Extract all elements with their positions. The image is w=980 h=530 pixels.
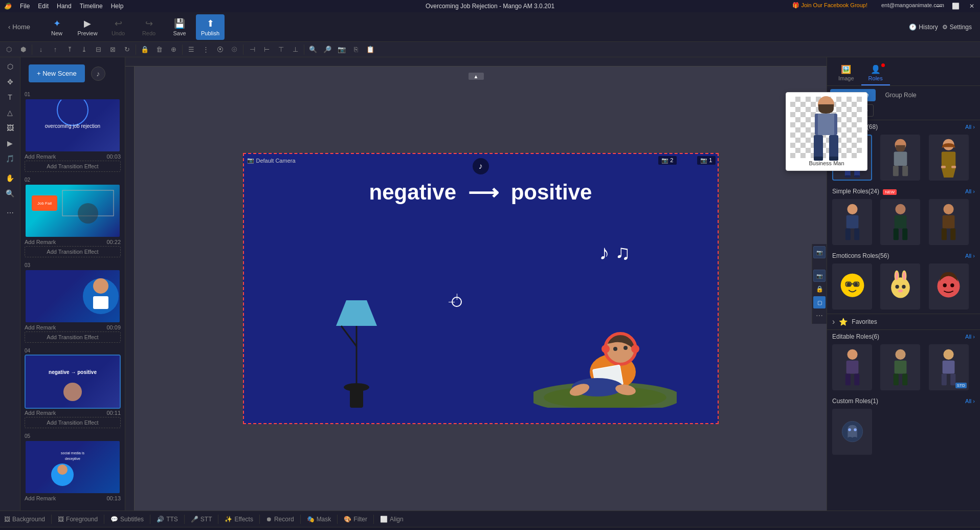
text-icon-btn[interactable]: T [1,90,19,104]
home-button[interactable]: ‹ Home [8,23,30,31]
cam1-badge[interactable]: 📷 1 [697,156,715,165]
lock-control[interactable]: 🔒 [813,283,826,295]
tab-image[interactable]: 🖼️ Image [831,61,861,85]
dist-top[interactable]: ⊤ [274,43,287,56]
group-role-tab[interactable]: Group Role [878,89,923,101]
mask-tool[interactable]: 🎭 Mask [307,516,331,523]
align-h-tool[interactable]: ☰ [185,43,198,56]
menu-help[interactable]: Help [111,3,124,10]
character-illustration[interactable] [533,280,677,408]
publish-button[interactable]: ⬆ Publish [196,14,225,40]
filter-tool[interactable]: 🎨 Filter [344,516,367,523]
shape-icon-btn[interactable]: △ [1,105,19,120]
align-left-center[interactable]: ⊟ [92,43,105,56]
hand-icon-btn[interactable]: ✋ [1,171,19,185]
align-v-tool[interactable]: ⋮ [199,43,212,56]
align-up-tool[interactable]: ↑ [49,43,62,56]
zoom-icon-btn[interactable]: 🔍 [1,186,19,201]
official-roles-all[interactable]: All › [965,124,975,130]
zoom-out-tool[interactable]: 🔎 [321,43,334,56]
custom-roles-all[interactable]: All › [965,398,975,404]
more-control[interactable]: ⋯ [813,310,826,322]
new-button[interactable]: ✦ New [42,14,71,40]
select-icon-btn[interactable]: ⬡ [1,59,19,74]
role-card-emoticon-3[interactable] [929,263,969,310]
add-remark[interactable]: Add Remark [25,324,56,330]
minimize-button[interactable]: — [931,0,947,12]
foreground-tool[interactable]: 🖼 Foreground [58,516,98,523]
favorites-expand-icon[interactable]: › [832,317,835,326]
blue-rect-control[interactable]: ▢ [813,296,826,308]
more-tool[interactable]: ⊕ [167,43,180,56]
add-transition[interactable]: Add Transition Effect [25,246,121,257]
subtitles-tool[interactable]: 💬 Subtitles [110,516,144,523]
simple-roles-all[interactable]: All › [965,188,975,194]
add-remark[interactable]: Add Remark [25,410,56,416]
image-icon-btn[interactable]: 🖼 [1,121,19,135]
role-card-editable-2[interactable] [880,344,920,390]
dist-left[interactable]: ⊣ [246,43,259,56]
align-down-tool[interactable]: ↓ [34,43,48,56]
scroll-up-button[interactable]: ▲ [469,73,484,80]
stt-tool[interactable]: 🎤 STT [191,516,212,523]
settings-button[interactable]: ⚙ Settings [942,24,972,31]
close-button[interactable]: ✕ [964,0,980,12]
lock-tool[interactable]: 🔒 [138,43,151,56]
new-scene-button[interactable]: + New Scene [29,64,85,82]
music-note-button[interactable]: ♪ [473,158,489,174]
undo-button[interactable]: ↩ Undo [104,14,132,40]
menu-hand[interactable]: Hand [57,3,72,10]
scene-thumbnail[interactable]: Job Fail [25,184,121,238]
add-remark[interactable]: Add Remark [25,153,56,160]
anchor-tool[interactable]: ⬢ [16,43,30,56]
more-icon-btn[interactable]: ⋯ [1,206,19,220]
scene-thumbnail[interactable] [25,269,121,323]
add-transition[interactable]: Add Transition Effect [25,417,121,428]
copy-tool[interactable]: ⎘ [349,43,363,56]
fb-group-link[interactable]: 🎁 Join Our Facebook Group! [792,2,867,9]
role-card-simple-3[interactable] [929,199,969,245]
history-button[interactable]: 🕐 History [909,24,938,31]
editable-roles-all[interactable]: All › [965,334,975,340]
maximize-button[interactable]: ⬜ [947,0,964,12]
dist-right[interactable]: ⊢ [260,43,273,56]
canvas[interactable]: 📷 Default Camera 📷 1 📷 2 ♪ negative ⟶ po… [243,153,719,424]
cam-control-1[interactable]: 📷 [813,246,826,258]
zoom-in-tool[interactable]: 🔍 [306,43,320,56]
align-right-center[interactable]: ⊠ [106,43,119,56]
align-bottom-tool[interactable]: ⤓ [77,43,91,56]
scene-thumbnail[interactable]: overcoming job rejection [25,98,121,152]
screenshot-tool[interactable]: 📷 [335,43,348,56]
role-card-business-man-2[interactable] [880,135,920,181]
align-top-tool[interactable]: ⤒ [63,43,76,56]
add-remark[interactable]: Add Remark [25,495,56,501]
dist-bottom[interactable]: ⊥ [288,43,302,56]
distribute-h[interactable]: ⦿ [213,43,227,56]
role-card-editable-1[interactable] [832,344,872,390]
paste-tool[interactable]: 📋 [364,43,377,56]
add-remark[interactable]: Add Remark [25,239,56,245]
menu-timeline[interactable]: Timeline [80,3,103,10]
scene-thumbnail[interactable]: negative → positive [25,355,121,409]
role-card-emoticon-1[interactable] [832,263,872,310]
video-icon-btn[interactable]: ▶ [1,136,19,150]
tts-tool[interactable]: 🔊 TTS [157,516,178,523]
scene-thumbnail[interactable]: social media is deceptive [25,440,121,494]
emoticons-roles-all[interactable]: All › [965,253,975,259]
audio-icon-btn[interactable]: 🎵 [1,151,19,166]
align-tool[interactable]: ⬜ Align [380,516,404,523]
tab-roles[interactable]: 👤 Roles [861,61,890,85]
favorites-label[interactable]: Favorites [852,318,877,325]
delete-tool[interactable]: 🗑 [152,43,166,56]
rotate-tool[interactable]: ↻ [120,43,133,56]
cam2-badge[interactable]: 📷 2 [658,156,676,165]
save-button[interactable]: 💾 Save [165,14,194,40]
distribute-v[interactable]: ⦾ [228,43,241,56]
background-tool[interactable]: 🖼 Background [4,516,45,523]
role-card-editable-std[interactable]: STD [929,344,969,390]
role-card-simple-2[interactable] [880,199,920,245]
move-icon-btn[interactable]: ✥ [1,75,19,89]
add-transition[interactable]: Add Transition Effect [25,332,121,343]
role-card-business-woman[interactable] [929,135,969,181]
role-card-emoticon-2[interactable] [880,263,920,310]
